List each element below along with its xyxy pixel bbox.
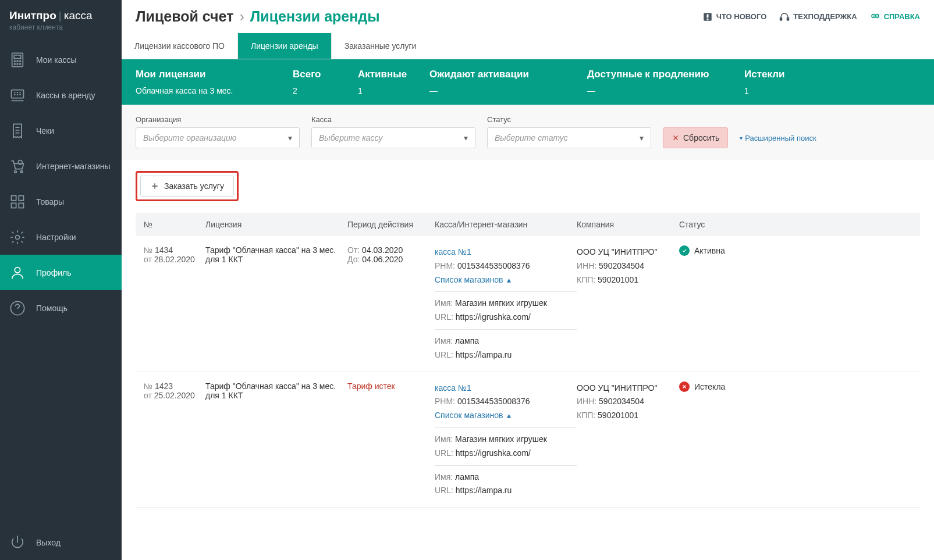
- svg-rect-12: [12, 195, 16, 200]
- breadcrumb-parent[interactable]: Лицевой счет: [136, 8, 233, 25]
- chevron-up-icon: ▴: [507, 409, 511, 423]
- svg-rect-1: [14, 55, 21, 58]
- filter-org-label: Организация: [136, 115, 300, 124]
- logo-brand: Инитпро: [9, 9, 56, 22]
- th-company: Компания: [577, 220, 679, 229]
- svg-point-16: [16, 235, 20, 239]
- svg-point-9: [15, 170, 17, 173]
- nav-checks[interactable]: Чеки: [0, 113, 122, 148]
- nav-label: Профиль: [36, 268, 71, 277]
- nav-label: Мои кассы: [36, 55, 77, 65]
- table: № Лицензия Период действия Касса/Интерне…: [122, 213, 934, 522]
- owl-icon: [870, 12, 880, 22]
- tab-licenses-po[interactable]: Лицензии кассового ПО: [122, 33, 238, 59]
- svg-point-3: [17, 60, 18, 62]
- chevron-down-icon: ▾: [640, 133, 644, 142]
- filter-org-select[interactable]: Выберите организацию ▾: [136, 127, 300, 148]
- tab-licenses-rent[interactable]: Лицензии аренды: [238, 33, 332, 59]
- svg-point-2: [14, 60, 15, 62]
- table-head: № Лицензия Период действия Касса/Интерне…: [136, 213, 920, 236]
- summary-renew-value: —: [587, 86, 730, 95]
- nav-label: Кассы в аренду: [36, 91, 95, 100]
- calculator-icon: [9, 52, 26, 68]
- top-news[interactable]: ЧТО НОВОГО: [702, 12, 766, 22]
- grid-icon: [9, 194, 26, 210]
- svg-rect-21: [706, 19, 708, 20]
- power-icon: [9, 534, 26, 551]
- plus-icon: [150, 181, 159, 191]
- th-kassa: Касса/Интернет-магазин: [435, 220, 577, 229]
- summary-bar: Мои лицензии Облачная касса на 3 мес. Вс…: [122, 59, 934, 105]
- svg-rect-22: [780, 17, 782, 20]
- actions-row: Заказать услугу: [122, 159, 934, 213]
- summary-my-value: Облачная касса на 3 мес.: [136, 86, 279, 95]
- top-support[interactable]: ТЕХПОДДЕРЖКА: [779, 12, 857, 22]
- topbar: Лицевой счет › Лицензии аренды ЧТО НОВОГ…: [122, 0, 934, 33]
- logo-product: касса: [64, 9, 93, 22]
- breadcrumb: Лицевой счет › Лицензии аренды: [136, 8, 380, 25]
- nav: Мои кассы Кассы в аренду Чеки Интернет-м…: [0, 42, 122, 560]
- nav-settings[interactable]: Настройки: [0, 219, 122, 255]
- th-period: Период действия: [347, 220, 435, 229]
- nav-rent-kassy[interactable]: Кассы в аренду: [0, 77, 122, 113]
- svg-rect-8: [12, 90, 24, 98]
- nav-profile[interactable]: Профиль: [0, 255, 122, 290]
- svg-point-7: [20, 63, 21, 65]
- filter-kassa-select[interactable]: Выберите кассу ▾: [311, 127, 475, 148]
- gear-icon: [9, 229, 26, 245]
- order-button-highlight: Заказать услугу: [136, 171, 239, 201]
- stores-toggle[interactable]: Список магазинов ▴: [435, 273, 511, 287]
- summary-renew-label: Доступные к продлению: [587, 69, 730, 80]
- kassa-link[interactable]: касса №1: [435, 383, 471, 393]
- summary-total-value: 2: [293, 86, 344, 95]
- summary-expired-label: Истекли: [744, 69, 784, 80]
- table-row: № 1434от 28.02.2020Тариф "Облачная касса…: [136, 236, 920, 372]
- close-icon: [679, 381, 690, 392]
- top-help[interactable]: СПРАВКА: [870, 12, 920, 22]
- question-icon: [9, 300, 26, 316]
- svg-point-10: [20, 170, 23, 173]
- tabs: Лицензии кассового ПО Лицензии аренды За…: [122, 33, 934, 59]
- announcement-icon: [702, 12, 713, 22]
- chevron-down-icon: ▾: [464, 133, 468, 142]
- chevron-up-icon: ▴: [507, 273, 511, 287]
- cart-icon: [9, 158, 26, 174]
- filter-status-select[interactable]: Выберите статус ▾: [487, 127, 651, 148]
- monitor-icon: [9, 87, 26, 104]
- filter-status-label: Статус: [487, 115, 651, 124]
- summary-total-label: Всего: [293, 69, 344, 80]
- stores-toggle[interactable]: Список магазинов ▴: [435, 409, 511, 423]
- tab-ordered[interactable]: Заказанные услуги: [332, 33, 429, 59]
- logo: Инитпро|касса кабинет клиента: [0, 0, 122, 42]
- th-status: Статус: [679, 220, 912, 229]
- nav-label: Товары: [36, 197, 64, 206]
- advanced-search-link[interactable]: ▾ Расширенный поиск: [740, 127, 816, 148]
- svg-rect-23: [787, 17, 789, 20]
- nav-label: Выход: [36, 538, 61, 547]
- nav-exit[interactable]: Выход: [0, 525, 122, 560]
- th-lic: Лицензия: [205, 220, 347, 229]
- summary-active-label: Активные: [358, 69, 415, 80]
- nav-label: Помощь: [36, 304, 68, 313]
- kassa-link[interactable]: касса №1: [435, 247, 471, 256]
- filter-kassa-label: Касса: [311, 115, 475, 124]
- svg-point-27: [876, 15, 878, 16]
- summary-pending-label: Ожидают активации: [429, 69, 573, 80]
- svg-point-26: [873, 15, 874, 16]
- svg-rect-14: [12, 203, 16, 208]
- chevron-down-icon: ▾: [740, 135, 743, 141]
- breadcrumb-sep: ›: [239, 8, 244, 25]
- logo-subtitle: кабинет клиента: [9, 23, 112, 31]
- nav-shops[interactable]: Интернет-магазины: [0, 148, 122, 184]
- svg-point-5: [14, 63, 15, 65]
- chevron-down-icon: ▾: [288, 133, 292, 142]
- nav-help[interactable]: Помощь: [0, 290, 122, 326]
- nav-products[interactable]: Товары: [0, 184, 122, 219]
- table-row: № 1423от 25.02.2020Тариф "Облачная касса…: [136, 372, 920, 508]
- order-service-button[interactable]: Заказать услугу: [140, 176, 234, 197]
- reset-button[interactable]: Сбросить: [663, 127, 728, 148]
- sidebar: Инитпро|касса кабинет клиента Мои кассы …: [0, 0, 122, 560]
- svg-rect-15: [19, 203, 23, 208]
- close-icon: [672, 134, 680, 142]
- nav-my-kassy[interactable]: Мои кассы: [0, 42, 122, 77]
